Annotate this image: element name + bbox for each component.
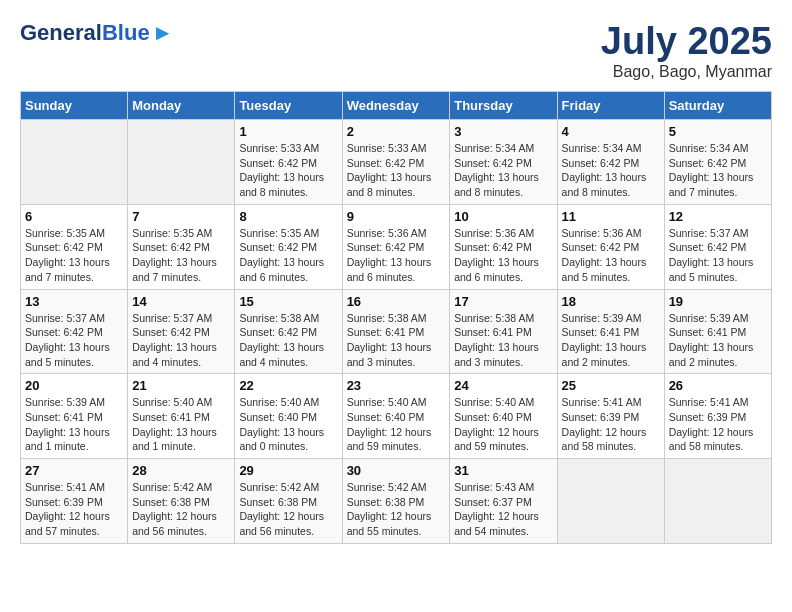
- day-info: Sunrise: 5:39 AM Sunset: 6:41 PM Dayligh…: [562, 311, 660, 370]
- day-number: 9: [347, 209, 446, 224]
- calendar-cell: 2Sunrise: 5:33 AM Sunset: 6:42 PM Daylig…: [342, 120, 450, 205]
- location: Bago, Bago, Myanmar: [601, 63, 772, 81]
- day-number: 10: [454, 209, 552, 224]
- calendar-cell: 16Sunrise: 5:38 AM Sunset: 6:41 PM Dayli…: [342, 289, 450, 374]
- day-info: Sunrise: 5:38 AM Sunset: 6:42 PM Dayligh…: [239, 311, 337, 370]
- calendar-cell: 7Sunrise: 5:35 AM Sunset: 6:42 PM Daylig…: [128, 204, 235, 289]
- logo-icon: ►: [152, 20, 174, 46]
- day-info: Sunrise: 5:41 AM Sunset: 6:39 PM Dayligh…: [562, 395, 660, 454]
- day-number: 13: [25, 294, 123, 309]
- header-wednesday: Wednesday: [342, 92, 450, 120]
- day-info: Sunrise: 5:37 AM Sunset: 6:42 PM Dayligh…: [132, 311, 230, 370]
- day-info: Sunrise: 5:36 AM Sunset: 6:42 PM Dayligh…: [454, 226, 552, 285]
- calendar-cell: 22Sunrise: 5:40 AM Sunset: 6:40 PM Dayli…: [235, 374, 342, 459]
- calendar-cell: 6Sunrise: 5:35 AM Sunset: 6:42 PM Daylig…: [21, 204, 128, 289]
- header-thursday: Thursday: [450, 92, 557, 120]
- day-info: Sunrise: 5:34 AM Sunset: 6:42 PM Dayligh…: [562, 141, 660, 200]
- calendar-cell: 15Sunrise: 5:38 AM Sunset: 6:42 PM Dayli…: [235, 289, 342, 374]
- day-info: Sunrise: 5:42 AM Sunset: 6:38 PM Dayligh…: [239, 480, 337, 539]
- week-row-2: 6Sunrise: 5:35 AM Sunset: 6:42 PM Daylig…: [21, 204, 772, 289]
- day-number: 1: [239, 124, 337, 139]
- day-number: 25: [562, 378, 660, 393]
- day-number: 20: [25, 378, 123, 393]
- week-row-4: 20Sunrise: 5:39 AM Sunset: 6:41 PM Dayli…: [21, 374, 772, 459]
- day-number: 23: [347, 378, 446, 393]
- day-info: Sunrise: 5:35 AM Sunset: 6:42 PM Dayligh…: [25, 226, 123, 285]
- day-info: Sunrise: 5:39 AM Sunset: 6:41 PM Dayligh…: [25, 395, 123, 454]
- day-number: 27: [25, 463, 123, 478]
- calendar-cell: 11Sunrise: 5:36 AM Sunset: 6:42 PM Dayli…: [557, 204, 664, 289]
- day-number: 18: [562, 294, 660, 309]
- day-info: Sunrise: 5:36 AM Sunset: 6:42 PM Dayligh…: [562, 226, 660, 285]
- calendar-cell: 1Sunrise: 5:33 AM Sunset: 6:42 PM Daylig…: [235, 120, 342, 205]
- calendar-cell: 19Sunrise: 5:39 AM Sunset: 6:41 PM Dayli…: [664, 289, 771, 374]
- day-number: 31: [454, 463, 552, 478]
- calendar-cell: 18Sunrise: 5:39 AM Sunset: 6:41 PM Dayli…: [557, 289, 664, 374]
- calendar-cell: [128, 120, 235, 205]
- calendar-cell: 14Sunrise: 5:37 AM Sunset: 6:42 PM Dayli…: [128, 289, 235, 374]
- day-info: Sunrise: 5:33 AM Sunset: 6:42 PM Dayligh…: [239, 141, 337, 200]
- calendar-cell: [664, 459, 771, 544]
- calendar-cell: 10Sunrise: 5:36 AM Sunset: 6:42 PM Dayli…: [450, 204, 557, 289]
- calendar-header-row: SundayMondayTuesdayWednesdayThursdayFrid…: [21, 92, 772, 120]
- page-header: GeneralBlue ► July 2025 Bago, Bago, Myan…: [20, 20, 772, 81]
- day-info: Sunrise: 5:35 AM Sunset: 6:42 PM Dayligh…: [132, 226, 230, 285]
- day-info: Sunrise: 5:42 AM Sunset: 6:38 PM Dayligh…: [347, 480, 446, 539]
- calendar-cell: 25Sunrise: 5:41 AM Sunset: 6:39 PM Dayli…: [557, 374, 664, 459]
- calendar-cell: 24Sunrise: 5:40 AM Sunset: 6:40 PM Dayli…: [450, 374, 557, 459]
- day-number: 12: [669, 209, 767, 224]
- day-number: 24: [454, 378, 552, 393]
- day-number: 2: [347, 124, 446, 139]
- day-info: Sunrise: 5:36 AM Sunset: 6:42 PM Dayligh…: [347, 226, 446, 285]
- calendar-cell: 8Sunrise: 5:35 AM Sunset: 6:42 PM Daylig…: [235, 204, 342, 289]
- day-number: 26: [669, 378, 767, 393]
- header-sunday: Sunday: [21, 92, 128, 120]
- day-number: 11: [562, 209, 660, 224]
- calendar-cell: 21Sunrise: 5:40 AM Sunset: 6:41 PM Dayli…: [128, 374, 235, 459]
- day-info: Sunrise: 5:40 AM Sunset: 6:41 PM Dayligh…: [132, 395, 230, 454]
- day-info: Sunrise: 5:40 AM Sunset: 6:40 PM Dayligh…: [239, 395, 337, 454]
- day-info: Sunrise: 5:35 AM Sunset: 6:42 PM Dayligh…: [239, 226, 337, 285]
- calendar-cell: 5Sunrise: 5:34 AM Sunset: 6:42 PM Daylig…: [664, 120, 771, 205]
- day-info: Sunrise: 5:33 AM Sunset: 6:42 PM Dayligh…: [347, 141, 446, 200]
- day-info: Sunrise: 5:40 AM Sunset: 6:40 PM Dayligh…: [454, 395, 552, 454]
- calendar-cell: 23Sunrise: 5:40 AM Sunset: 6:40 PM Dayli…: [342, 374, 450, 459]
- day-info: Sunrise: 5:37 AM Sunset: 6:42 PM Dayligh…: [669, 226, 767, 285]
- calendar-cell: [21, 120, 128, 205]
- calendar-cell: 9Sunrise: 5:36 AM Sunset: 6:42 PM Daylig…: [342, 204, 450, 289]
- calendar-cell: 30Sunrise: 5:42 AM Sunset: 6:38 PM Dayli…: [342, 459, 450, 544]
- title-area: July 2025 Bago, Bago, Myanmar: [601, 20, 772, 81]
- header-saturday: Saturday: [664, 92, 771, 120]
- calendar-cell: 4Sunrise: 5:34 AM Sunset: 6:42 PM Daylig…: [557, 120, 664, 205]
- day-number: 8: [239, 209, 337, 224]
- day-number: 28: [132, 463, 230, 478]
- day-number: 30: [347, 463, 446, 478]
- day-info: Sunrise: 5:39 AM Sunset: 6:41 PM Dayligh…: [669, 311, 767, 370]
- day-number: 15: [239, 294, 337, 309]
- day-info: Sunrise: 5:43 AM Sunset: 6:37 PM Dayligh…: [454, 480, 552, 539]
- calendar-cell: 20Sunrise: 5:39 AM Sunset: 6:41 PM Dayli…: [21, 374, 128, 459]
- calendar-cell: 28Sunrise: 5:42 AM Sunset: 6:38 PM Dayli…: [128, 459, 235, 544]
- week-row-5: 27Sunrise: 5:41 AM Sunset: 6:39 PM Dayli…: [21, 459, 772, 544]
- day-info: Sunrise: 5:40 AM Sunset: 6:40 PM Dayligh…: [347, 395, 446, 454]
- day-number: 17: [454, 294, 552, 309]
- header-monday: Monday: [128, 92, 235, 120]
- day-number: 14: [132, 294, 230, 309]
- day-info: Sunrise: 5:41 AM Sunset: 6:39 PM Dayligh…: [669, 395, 767, 454]
- day-info: Sunrise: 5:34 AM Sunset: 6:42 PM Dayligh…: [669, 141, 767, 200]
- calendar-cell: 27Sunrise: 5:41 AM Sunset: 6:39 PM Dayli…: [21, 459, 128, 544]
- calendar-cell: 29Sunrise: 5:42 AM Sunset: 6:38 PM Dayli…: [235, 459, 342, 544]
- day-number: 6: [25, 209, 123, 224]
- day-number: 16: [347, 294, 446, 309]
- day-info: Sunrise: 5:34 AM Sunset: 6:42 PM Dayligh…: [454, 141, 552, 200]
- calendar-cell: 3Sunrise: 5:34 AM Sunset: 6:42 PM Daylig…: [450, 120, 557, 205]
- calendar-cell: 12Sunrise: 5:37 AM Sunset: 6:42 PM Dayli…: [664, 204, 771, 289]
- calendar-cell: 13Sunrise: 5:37 AM Sunset: 6:42 PM Dayli…: [21, 289, 128, 374]
- day-info: Sunrise: 5:37 AM Sunset: 6:42 PM Dayligh…: [25, 311, 123, 370]
- calendar-cell: 17Sunrise: 5:38 AM Sunset: 6:41 PM Dayli…: [450, 289, 557, 374]
- day-number: 3: [454, 124, 552, 139]
- calendar-cell: [557, 459, 664, 544]
- day-info: Sunrise: 5:42 AM Sunset: 6:38 PM Dayligh…: [132, 480, 230, 539]
- calendar-table: SundayMondayTuesdayWednesdayThursdayFrid…: [20, 91, 772, 544]
- day-number: 29: [239, 463, 337, 478]
